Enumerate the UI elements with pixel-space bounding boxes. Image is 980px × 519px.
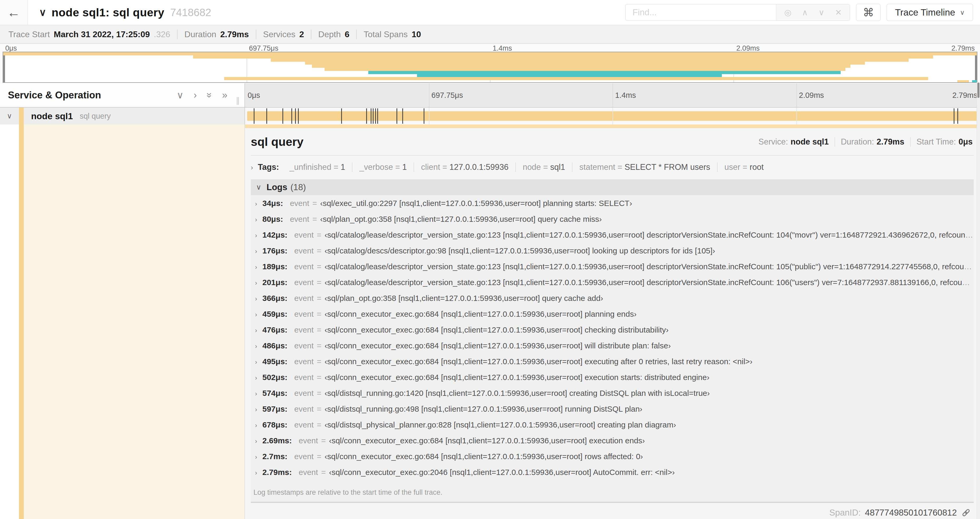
log-row[interactable]: ›502μs:event=‹sql/conn_executor_exec.go:…	[253, 373, 974, 389]
tag-item[interactable]: client = 127.0.0.1:59936	[414, 163, 516, 172]
log-expand-chevron-icon[interactable]: ›	[255, 248, 257, 255]
tag-item[interactable]: _unfinished = 1	[283, 163, 353, 172]
log-row[interactable]: ›574μs:event=‹sql/distsql_running.go:142…	[253, 389, 974, 404]
tags-row[interactable]: › Tags: _unfinished = 1_verbose = 1clien…	[251, 163, 974, 172]
logs-header[interactable]: ∨ Logs (18)	[251, 179, 974, 195]
log-marker	[282, 109, 283, 124]
log-row[interactable]: ›366μs:event=‹sql/plan_opt.go:358 [nsql1…	[253, 294, 974, 310]
log-marker	[295, 109, 296, 124]
log-expand-chevron-icon[interactable]: ›	[255, 311, 257, 318]
log-row[interactable]: ›34μs:event=‹sql/exec_util.go:2297 [nsql…	[253, 199, 974, 215]
log-field-key: event	[290, 215, 309, 224]
tags-expand-chevron-icon[interactable]: ›	[251, 163, 253, 172]
expand-all-icon[interactable]: »	[222, 91, 228, 100]
log-row[interactable]: ›176μs:event=‹sql/catalog/descs/descript…	[253, 246, 974, 262]
tag-item[interactable]: _verbose = 1	[353, 163, 414, 172]
log-field-value: ‹sql/distsql_running.go:498 [nsql1,clien…	[325, 404, 642, 413]
summary-value: March 31 2022, 17:25:09	[54, 30, 150, 39]
log-row[interactable]: ›678μs:event=‹sql/distsql_physical_plann…	[253, 420, 974, 436]
vertical-scrollbar[interactable]	[977, 82, 980, 519]
log-field: event=‹sql/catalog/lease/descriptor_vers…	[294, 262, 974, 271]
collapse-all-icon[interactable]: »	[205, 93, 214, 98]
log-marker	[396, 109, 397, 124]
log-expand-chevron-icon[interactable]: ›	[255, 216, 257, 224]
log-row[interactable]: ›2.69ms:event=‹sql/conn_executor_exec.go…	[253, 436, 974, 452]
log-row[interactable]: ›201μs:event=‹sql/catalog/lease/descript…	[253, 278, 974, 294]
log-field-key: event	[294, 404, 313, 413]
log-field: event=‹sql/plan_opt.go:358 [nsql1,client…	[294, 294, 603, 303]
log-expand-chevron-icon[interactable]: ›	[255, 454, 257, 461]
log-expand-chevron-icon[interactable]: ›	[255, 279, 257, 287]
log-timestamp: 459μs:	[262, 310, 287, 319]
log-field-value: ‹sql/conn_executor_exec.go:684 [nsql1,cl…	[325, 452, 643, 461]
log-expand-chevron-icon[interactable]: ›	[255, 390, 257, 398]
log-expand-chevron-icon[interactable]: ›	[255, 469, 257, 476]
log-row[interactable]: ›495μs:event=‹sql/conn_executor_exec.go:…	[253, 357, 974, 373]
tag-item[interactable]: user = root	[718, 163, 770, 172]
log-expand-chevron-icon[interactable]: ›	[255, 327, 257, 334]
log-expand-chevron-icon[interactable]: ›	[255, 200, 257, 208]
span-operation-name: sql query	[80, 112, 111, 121]
span-detail-header: sql query Service:node sql1Duration:2.79…	[251, 135, 974, 149]
log-expand-chevron-icon[interactable]: ›	[255, 422, 257, 429]
next-match-icon[interactable]: ∨	[819, 8, 824, 18]
collapse-one-icon[interactable]: ∨	[177, 91, 184, 100]
log-row[interactable]: ›476μs:event=‹sql/conn_executor_exec.go:…	[253, 326, 974, 341]
log-expand-chevron-icon[interactable]: ›	[255, 406, 257, 413]
deep-link-icon[interactable]	[961, 508, 971, 518]
span-duration-bar[interactable]	[247, 111, 980, 121]
keyboard-shortcuts-button[interactable]: ⌘	[856, 4, 881, 21]
minimap-canvas[interactable]	[3, 52, 977, 83]
log-marker	[375, 109, 376, 124]
log-field-value: ‹sql/conn_executor_exec.go:684 [nsql1,cl…	[325, 310, 636, 318]
log-expand-chevron-icon[interactable]: ›	[255, 374, 257, 382]
log-timestamp: 142μs:	[262, 230, 287, 240]
prev-match-icon[interactable]: ∧	[802, 8, 808, 18]
log-row[interactable]: ›142μs:event=‹sql/catalog/lease/descript…	[253, 230, 974, 246]
log-expand-chevron-icon[interactable]: ›	[255, 358, 257, 366]
summary-value: 2.79ms	[220, 30, 249, 39]
minimap-left-scrubber[interactable]	[3, 52, 5, 82]
log-row[interactable]: ›459μs:event=‹sql/conn_executor_exec.go:…	[253, 310, 974, 326]
find-group: ◎ ∧ ∨ ✕	[625, 4, 850, 21]
log-row[interactable]: ›597μs:event=‹sql/distsql_running.go:498…	[253, 404, 974, 420]
scrollbar-thumb[interactable]	[977, 83, 980, 98]
span-name-cell[interactable]: ∨ node sql1 sql query	[0, 108, 245, 125]
logs-count: (18)	[291, 182, 306, 192]
log-timestamp: 176μs:	[262, 246, 287, 255]
logs-collapse-chevron-icon[interactable]: ∨	[256, 183, 261, 192]
log-field-equals: =	[317, 262, 321, 271]
log-expand-chevron-icon[interactable]: ›	[255, 263, 257, 271]
column-resize-grip[interactable]: ∥	[236, 96, 240, 107]
tag-value: root	[749, 163, 764, 172]
log-expand-chevron-icon[interactable]: ›	[255, 295, 257, 302]
log-field-key: event	[294, 294, 313, 302]
log-field-value: ‹sql/conn_executor_exec.go:684 [nsql1,cl…	[325, 326, 668, 334]
find-input[interactable]	[626, 5, 776, 20]
log-row[interactable]: ›80μs:event=‹sql/plan_opt.go:358 [nsql1,…	[253, 215, 974, 230]
focus-match-icon[interactable]: ◎	[784, 8, 791, 18]
log-expand-chevron-icon[interactable]: ›	[255, 438, 257, 445]
collapse-controls: ∨ › » »	[177, 91, 228, 100]
minimap-right-scrubber[interactable]	[975, 52, 977, 82]
clear-search-icon[interactable]: ✕	[835, 8, 842, 18]
log-row[interactable]: ›2.7ms:event=‹sql/conn_executor_exec.go:…	[253, 452, 974, 468]
span-id-label: SpanID:	[829, 508, 861, 518]
expand-one-icon[interactable]: ›	[194, 91, 197, 100]
trace-view-selector[interactable]: Trace Timeline ∨	[886, 4, 973, 21]
tag-item[interactable]: node = sql1	[516, 163, 573, 172]
log-field-key: event	[294, 230, 313, 239]
span-bar-cell[interactable]	[245, 108, 980, 125]
trace-collapse-chevron-icon[interactable]: ∨	[39, 6, 46, 18]
log-row[interactable]: ›2.79ms:event=‹sql/conn_executor_exec.go…	[253, 468, 974, 484]
log-marker	[266, 109, 267, 124]
log-row[interactable]: ›486μs:event=‹sql/conn_executor_exec.go:…	[253, 341, 974, 357]
log-expand-chevron-icon[interactable]: ›	[255, 232, 257, 239]
log-row[interactable]: ›189μs:event=‹sql/catalog/lease/descript…	[253, 262, 974, 278]
log-expand-chevron-icon[interactable]: ›	[255, 343, 257, 350]
log-field-value: ‹sql/distsql_running.go:1420 [nsql1,clie…	[325, 389, 710, 398]
back-button[interactable]: ←	[0, 0, 28, 25]
span-children-chevron-icon[interactable]: ∨	[7, 112, 19, 120]
divider	[251, 155, 974, 156]
tag-item[interactable]: statement = SELECT * FROM users	[573, 163, 718, 172]
